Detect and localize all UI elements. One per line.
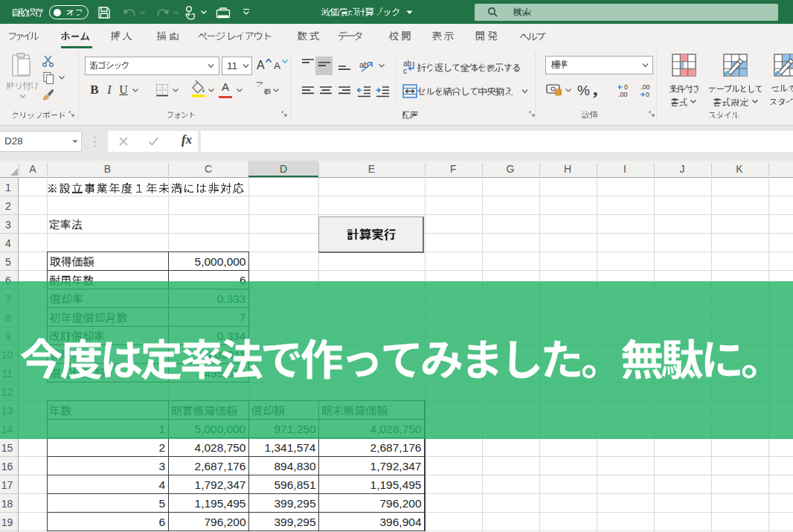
svg-text:0: 0 <box>646 91 649 98</box>
svg-text:ab: ab <box>359 60 368 69</box>
svg-text:.00: .00 <box>618 91 628 98</box>
svg-text:.00: .00 <box>640 83 650 91</box>
svg-text:c: c <box>403 67 407 75</box>
svg-text:0: 0 <box>624 83 628 91</box>
